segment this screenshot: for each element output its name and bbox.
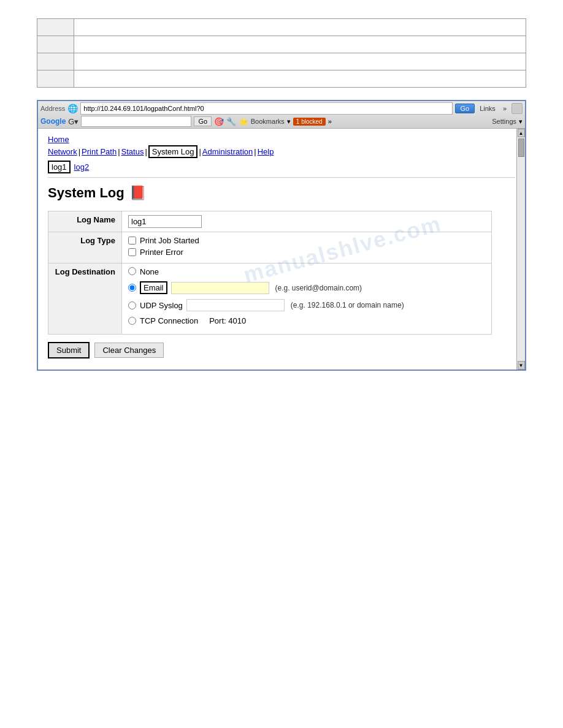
log-name-input[interactable] <box>128 215 202 228</box>
table-row <box>37 53 526 70</box>
scrollbar-up-button[interactable]: ▲ <box>518 129 525 137</box>
value-cell <box>74 36 526 53</box>
log-dest-value-cell: None Email (e.g. userid@domain.com) <box>122 264 492 335</box>
checkbox-printer-error: Printer Error <box>128 248 485 257</box>
tcp-port-label: Port: 4010 <box>209 316 246 325</box>
nav-sep-5: | <box>254 147 256 156</box>
browser-toolbar: Address 🌐 Go Links » Google G▾ Go 🎯 🔧 ⭐ … <box>38 101 525 129</box>
dest-none-row: None <box>128 267 485 276</box>
label-cell <box>37 53 74 70</box>
toolbar-icon-1 <box>511 103 523 114</box>
log-dest-label: Log Destination <box>48 264 122 335</box>
scrollbar[interactable]: ▲ ▼ <box>516 129 525 370</box>
button-row: Submit Clear Changes <box>48 342 515 363</box>
log-type-label: Log Type <box>48 232 122 264</box>
checkbox-printer-error-input[interactable] <box>128 248 136 256</box>
radio-tcp[interactable] <box>128 317 136 325</box>
sub-nav-log1[interactable]: log1 <box>48 161 71 173</box>
label-cell <box>37 70 74 88</box>
value-cell <box>74 19 526 36</box>
scrollbar-down-button[interactable]: ▼ <box>518 361 525 370</box>
clear-changes-button[interactable]: Clear Changes <box>94 343 164 358</box>
scrollbar-thumb[interactable] <box>518 138 524 157</box>
dest-none-label: None <box>140 267 159 276</box>
google-label: Google <box>40 117 66 126</box>
icons-group: 🎯 🔧 <box>214 117 236 126</box>
value-cell <box>74 70 526 88</box>
dest-udp-row: UDP Syslog (e.g. 192.168.0.1 or domain n… <box>128 299 485 311</box>
google-icon: G▾ <box>68 117 79 126</box>
nav-link-printpath[interactable]: Print Path <box>82 147 117 156</box>
nav-link-help[interactable]: Help <box>258 147 274 156</box>
nav-sep-2: | <box>118 147 120 156</box>
google-search-input[interactable] <box>81 116 191 127</box>
form-table: Log Name Log Type Print Job Started <box>48 211 492 335</box>
table-row <box>37 36 526 53</box>
page-title: System Log <box>48 185 124 201</box>
nav-links: Network | Print Path | Status | System L… <box>48 145 515 158</box>
top-table <box>37 18 526 88</box>
log-type-row: Log Type Print Job Started Printer Error <box>48 232 492 264</box>
page-heading: System Log 📕 <box>48 185 515 201</box>
nav-link-status[interactable]: Status <box>121 147 144 156</box>
log-name-label: Log Name <box>48 211 122 232</box>
dest-email-row: Email (e.g. userid@domain.com) <box>128 281 485 294</box>
email-input[interactable] <box>171 282 269 294</box>
globe-icon: 🌐 <box>67 104 78 113</box>
nav-link-network[interactable]: Network <box>48 147 77 156</box>
nav-link-systemlog[interactable]: System Log <box>148 145 198 158</box>
checkbox-print-job-label: Print Job Started <box>140 236 199 245</box>
sub-nav: log1 log2 <box>48 161 515 173</box>
checkbox-printer-error-label: Printer Error <box>140 248 183 257</box>
nav-link-administration[interactable]: Administration <box>202 147 253 156</box>
address-label: Address <box>40 105 65 112</box>
book-icon: 📕 <box>129 185 146 201</box>
top-table-area <box>0 0 563 100</box>
dest-email-label: Email <box>140 281 167 294</box>
address-input[interactable] <box>80 102 452 115</box>
sub-nav-log2[interactable]: log2 <box>74 162 90 172</box>
address-bar: Address 🌐 Go Links » <box>40 102 523 115</box>
nav-sep-1: | <box>79 147 80 156</box>
content-wrapper: manualshlve.com Home Network | Print Pat… <box>38 129 525 370</box>
chevron-right-icon2: » <box>328 118 332 125</box>
chevron-bookmarks-icon: ▾ <box>287 118 291 126</box>
value-cell <box>74 53 526 70</box>
checkbox-print-job-input[interactable] <box>128 237 136 245</box>
udp-hint: (e.g. 192.168.0.1 or domain name) <box>291 301 404 309</box>
log-name-value-cell <box>122 211 492 232</box>
radio-email[interactable] <box>128 284 136 292</box>
bookmarks-star-icon: ⭐ <box>239 117 248 126</box>
label-cell <box>37 19 74 36</box>
blocked-badge: 1 blocked <box>293 118 326 126</box>
google-go-button[interactable]: Go <box>194 116 212 126</box>
radio-udp[interactable] <box>128 301 136 309</box>
udp-input[interactable] <box>186 299 285 311</box>
nav-sep-3: | <box>145 147 147 156</box>
table-row <box>37 19 526 36</box>
log-name-row: Log Name <box>48 211 492 232</box>
settings-button[interactable]: Settings <box>492 118 516 125</box>
links-label: Links <box>477 105 498 112</box>
nav-home-link[interactable]: Home <box>48 135 515 144</box>
dest-tcp-label: TCP Connection <box>140 316 198 325</box>
bookmarks-button[interactable]: Bookmarks <box>251 118 285 125</box>
radio-none[interactable] <box>128 267 136 275</box>
checkbox-print-job: Print Job Started <box>128 236 485 245</box>
nav-sep-4: | <box>199 147 201 156</box>
label-cell <box>37 36 74 53</box>
browser-window: Address 🌐 Go Links » Google G▾ Go 🎯 🔧 ⭐ … <box>37 100 526 371</box>
submit-button[interactable]: Submit <box>48 342 90 358</box>
log-type-value-cell: Print Job Started Printer Error <box>122 232 492 264</box>
log-dest-row: Log Destination None Email (e.g. user <box>48 264 492 335</box>
google-bar: Google G▾ Go 🎯 🔧 ⭐ Bookmarks ▾ 1 blocked… <box>40 116 523 127</box>
browser-content-area: manualshlve.com Home Network | Print Pat… <box>38 129 525 370</box>
chevron-settings-icon: ▾ <box>519 118 523 126</box>
email-hint: (e.g. userid@domain.com) <box>275 284 362 292</box>
dest-udp-label: UDP Syslog <box>140 301 183 310</box>
chevron-right-icon: » <box>500 105 509 112</box>
table-row <box>37 70 526 88</box>
dest-tcp-row: TCP Connection Port: 4010 <box>128 316 485 325</box>
go-button[interactable]: Go <box>455 104 475 113</box>
nav-divider <box>48 177 515 178</box>
